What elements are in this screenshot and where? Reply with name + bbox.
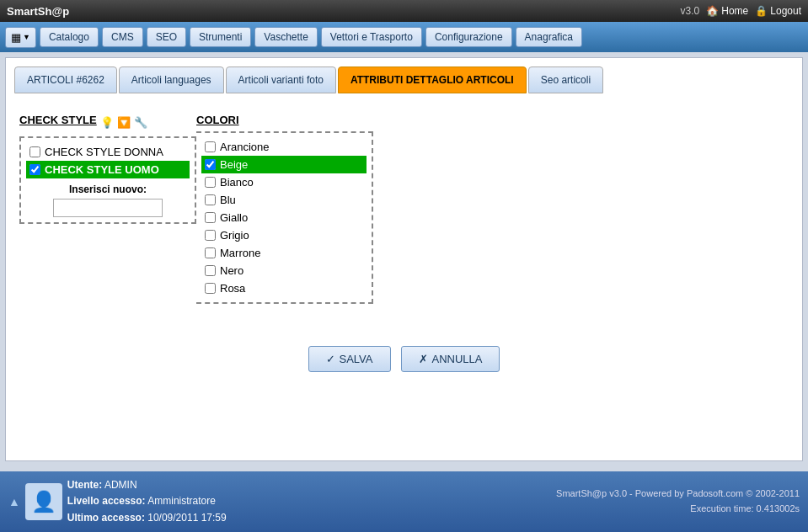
footer: ▲ 👤 Utente: ADMIN Livello accesso: Ammin… bbox=[0, 471, 808, 532]
footer-right: SmartSh@p v3.0 - Powered by Padosoft.com… bbox=[556, 487, 800, 516]
tools-icon: 🔧 bbox=[134, 116, 147, 129]
nav-catalogo[interactable]: Catalogo bbox=[40, 27, 99, 47]
color-rosa[interactable]: Rosa bbox=[201, 279, 367, 297]
check-style-header: CHECK STYLE 💡 🔽 🔧 bbox=[19, 114, 196, 131]
tab-languages[interactable]: Articoli languages bbox=[119, 66, 224, 93]
nav-cms[interactable]: CMS bbox=[102, 27, 143, 47]
x-icon: ✗ bbox=[419, 353, 428, 365]
color-beige[interactable]: Beige bbox=[201, 156, 367, 173]
check-uomo-checkbox[interactable] bbox=[29, 164, 40, 175]
navbar: ▦ ▼ Catalogo CMS SEO Strumenti Vaschette… bbox=[0, 22, 808, 52]
color-arancione-checkbox[interactable] bbox=[205, 141, 216, 152]
version-label: v3.0 bbox=[681, 5, 700, 17]
check-style-uomo[interactable]: CHECK STYLE UOMO bbox=[26, 161, 190, 178]
tab-varianti[interactable]: Articoli varianti foto bbox=[226, 66, 336, 93]
color-bianco-checkbox[interactable] bbox=[205, 177, 216, 188]
color-beige-label: Beige bbox=[220, 158, 248, 171]
content-area: ARTICOLI #6262 Articoli languages Artico… bbox=[5, 57, 803, 461]
nav-vaschette[interactable]: Vaschette bbox=[254, 27, 317, 47]
color-blu[interactable]: Blu bbox=[201, 191, 367, 209]
lock-icon: 🔒 bbox=[755, 5, 768, 17]
color-giallo[interactable]: Giallo bbox=[201, 209, 367, 226]
check-donna-checkbox[interactable] bbox=[29, 146, 40, 157]
nav-icon-button[interactable]: ▦ ▼ bbox=[5, 27, 36, 48]
checkmark-icon: ✓ bbox=[326, 353, 335, 365]
grid-icon: ▦ bbox=[11, 31, 21, 44]
colors-title: COLORI bbox=[196, 114, 239, 126]
color-arancione-label: Arancione bbox=[220, 141, 270, 153]
color-grigio-label: Grigio bbox=[220, 229, 249, 242]
color-blu-checkbox[interactable] bbox=[205, 194, 216, 205]
columns-container: CHECK STYLE 💡 🔽 🔧 CHECK STYLE DONNA CHEC… bbox=[19, 114, 789, 304]
color-arancione[interactable]: Arancione bbox=[201, 138, 367, 156]
footer-user-info: Utente: ADMIN Livello accesso: Amministr… bbox=[67, 477, 227, 526]
user-avatar: 👤 bbox=[25, 483, 62, 520]
color-grigio[interactable]: Grigio bbox=[201, 226, 367, 244]
app-title: SmartSh@p bbox=[7, 5, 69, 18]
home-link[interactable]: 🏠 Home bbox=[706, 5, 748, 17]
tabs-bar: ARTICOLI #6262 Articoli languages Artico… bbox=[14, 66, 794, 93]
insert-new-label: Inserisci nuovo: bbox=[26, 184, 190, 217]
filter-icon: 🔽 bbox=[117, 116, 131, 129]
color-giallo-checkbox[interactable] bbox=[205, 212, 216, 223]
logout-link[interactable]: 🔒 Logout bbox=[755, 5, 801, 17]
colors-panel: Arancione Beige Bianco Blu bbox=[196, 131, 373, 304]
footer-last-access: 10/09/2011 17:59 bbox=[147, 512, 226, 524]
color-marrone[interactable]: Marrone bbox=[201, 244, 367, 262]
color-rosa-checkbox[interactable] bbox=[205, 283, 216, 294]
titlebar: SmartSh@p v3.0 🏠 Home 🔒 Logout bbox=[0, 0, 808, 22]
nav-strumenti[interactable]: Strumenti bbox=[190, 27, 251, 47]
color-nero[interactable]: Nero bbox=[201, 262, 367, 279]
nav-configurazione[interactable]: Configurazione bbox=[425, 27, 512, 47]
nav-anagrafica[interactable]: Anagrafica bbox=[516, 27, 582, 47]
color-marrone-checkbox[interactable] bbox=[205, 247, 216, 258]
footer-username: ADMIN bbox=[104, 479, 137, 491]
color-giallo-label: Giallo bbox=[220, 211, 248, 224]
check-donna-label: CHECK STYLE DONNA bbox=[45, 146, 163, 158]
titlebar-right: v3.0 🏠 Home 🔒 Logout bbox=[681, 5, 801, 17]
nav-seo[interactable]: SEO bbox=[147, 27, 186, 47]
insert-new-input[interactable] bbox=[53, 199, 163, 217]
footer-access: Amministratore bbox=[147, 495, 216, 507]
tab-seo[interactable]: Seo articoli bbox=[528, 66, 603, 93]
color-beige-checkbox[interactable] bbox=[205, 159, 216, 170]
color-nero-checkbox[interactable] bbox=[205, 265, 216, 276]
color-bianco-label: Bianco bbox=[220, 176, 254, 189]
tab-articoli[interactable]: ARTICOLI #6262 bbox=[14, 66, 117, 93]
bulb-icon: 💡 bbox=[100, 116, 114, 129]
nav-vettori[interactable]: Vettori e Trasporto bbox=[321, 27, 422, 47]
salva-button[interactable]: ✓ SALVA bbox=[308, 346, 391, 372]
dropdown-arrow: ▼ bbox=[23, 33, 30, 41]
footer-powered-by: SmartSh@p v3.0 - Powered by Padosoft.com… bbox=[556, 487, 800, 502]
annulla-button[interactable]: ✗ ANNULLA bbox=[401, 346, 500, 372]
color-list: Arancione Beige Bianco Blu bbox=[201, 138, 367, 297]
action-buttons: ✓ SALVA ✗ ANNULLA bbox=[19, 346, 789, 372]
tab-attributi[interactable]: ATTRIBUTI DETTAGLIO ARTICOLI bbox=[338, 66, 527, 93]
color-grigio-checkbox[interactable] bbox=[205, 230, 216, 241]
main-panel: CHECK STYLE 💡 🔽 🔧 CHECK STYLE DONNA CHEC… bbox=[14, 105, 794, 380]
color-rosa-label: Rosa bbox=[220, 282, 245, 295]
color-blu-label: Blu bbox=[220, 194, 236, 206]
check-uomo-label: CHECK STYLE UOMO bbox=[45, 163, 159, 176]
color-bianco[interactable]: Bianco bbox=[201, 173, 367, 191]
color-nero-label: Nero bbox=[220, 264, 243, 277]
check-style-donna[interactable]: CHECK STYLE DONNA bbox=[26, 143, 190, 161]
check-style-title: CHECK STYLE bbox=[19, 114, 97, 126]
home-icon: 🏠 bbox=[706, 5, 719, 17]
footer-arrow-icon: ▲ bbox=[8, 495, 20, 508]
footer-execution-time: Execution time: 0.413002s bbox=[556, 502, 800, 517]
check-style-panel: CHECK STYLE DONNA CHECK STYLE UOMO Inser… bbox=[19, 136, 196, 224]
color-marrone-label: Marrone bbox=[220, 247, 260, 259]
